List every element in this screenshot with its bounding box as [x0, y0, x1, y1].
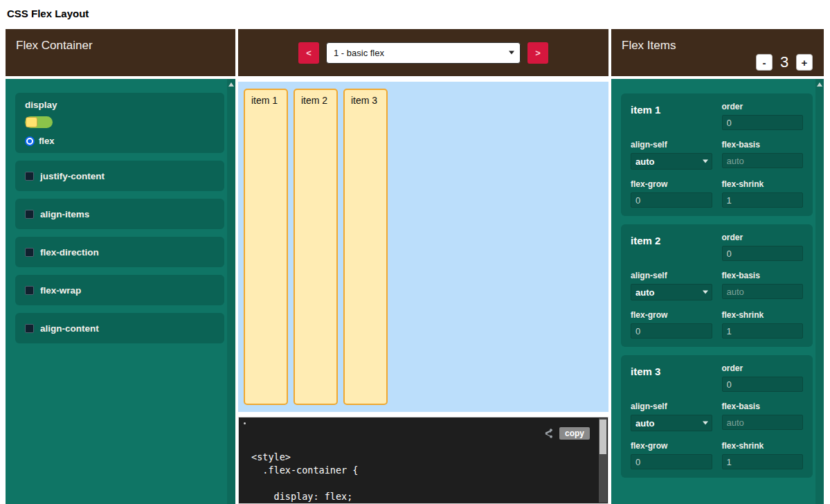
flex-items-panel: Flex Items - 3 + item 1 order align-self	[611, 29, 824, 504]
flex-items-body: item 1 order align-self auto flex-basis	[611, 79, 824, 504]
add-item-button[interactable]: +	[796, 54, 813, 71]
copy-button[interactable]: copy	[559, 427, 590, 440]
code-panel: copy <style> .flex-container { display: …	[238, 417, 608, 504]
main-columns: Flex Container display flex justify-cont…	[0, 29, 830, 504]
align-content-checkbox[interactable]	[25, 324, 34, 333]
flex-grow-label: flex-grow	[631, 179, 712, 189]
display-toggle[interactable]	[25, 116, 53, 128]
flex-direction-checkbox[interactable]	[25, 248, 34, 257]
flex-radio-label: flex	[39, 136, 54, 146]
prop-card-flex-direction: flex-direction	[15, 237, 224, 267]
item-1-order-input[interactable]	[722, 115, 804, 130]
flex-basis-label: flex-basis	[722, 271, 804, 280]
prop-card-align-content: align-content	[15, 313, 224, 343]
code-toolbar: copy	[543, 427, 590, 440]
item-1-flex-basis-field: flex-basis	[722, 140, 804, 170]
item-1-flex-grow-field: flex-grow	[631, 179, 712, 208]
item-1-flex-shrink-field: flex-shrink	[722, 179, 804, 208]
flex-container-panel: Flex Container display flex justify-cont…	[6, 29, 235, 504]
flex-preview-item-3: item 3	[343, 89, 388, 405]
prev-example-button[interactable]: <	[298, 42, 319, 64]
item-3-align-self-select[interactable]: auto	[631, 415, 712, 431]
flex-items-header: Flex Items - 3 +	[611, 29, 824, 76]
page-title: CSS Flex Layout	[0, 0, 830, 29]
item-counter: - 3 +	[756, 53, 813, 71]
code-scrollbar[interactable]	[599, 418, 607, 503]
code-scrollbar-thumb[interactable]	[599, 420, 606, 454]
item-1-align-self-wrap: auto	[631, 153, 712, 170]
item-3-flex-basis-input[interactable]	[722, 415, 804, 430]
flex-items-title: Flex Items	[611, 29, 824, 53]
flex-container-header: Flex Container	[6, 29, 235, 76]
item-2-order-input[interactable]	[722, 246, 804, 261]
flex-grow-label: flex-grow	[631, 310, 712, 320]
remove-item-button[interactable]: -	[756, 54, 773, 71]
item-card-3: item 3 order align-self auto flex-basis	[621, 355, 813, 478]
item-2-title: item 2	[631, 233, 712, 261]
share-icon[interactable]	[543, 428, 554, 439]
align-items-checkbox[interactable]	[25, 210, 34, 219]
radio-dot-icon	[28, 139, 32, 143]
item-2-align-self-select[interactable]: auto	[631, 284, 712, 300]
example-select[interactable]: 1 - basic flex	[326, 42, 521, 64]
display-label: display	[25, 100, 215, 110]
item-3-align-self-wrap: auto	[631, 415, 712, 431]
flex-direction-label: flex-direction	[40, 247, 99, 258]
item-2-align-self-field: align-self auto	[631, 271, 712, 300]
item-3-flex-shrink-input[interactable]	[722, 454, 804, 469]
item-3-flex-basis-field: flex-basis	[722, 402, 804, 431]
item-3-flex-grow-field: flex-grow	[631, 441, 712, 469]
item-3-flex-grow-input[interactable]	[631, 454, 712, 469]
item-2-flex-shrink-field: flex-shrink	[722, 310, 804, 339]
flex-wrap-checkbox[interactable]	[25, 286, 34, 295]
order-label: order	[722, 233, 804, 242]
scroll-up-icon[interactable]	[228, 82, 234, 87]
prop-card-justify-content: justify-content	[15, 161, 224, 191]
align-content-label: align-content	[40, 323, 99, 334]
align-self-label: align-self	[631, 271, 712, 280]
item-3-align-self-field: align-self auto	[631, 402, 712, 431]
example-select-wrap: 1 - basic flex	[326, 42, 521, 64]
item-1-align-self-field: align-self auto	[631, 140, 712, 170]
item-card-1: item 1 order align-self auto flex-basis	[621, 93, 813, 216]
flex-wrap-label: flex-wrap	[40, 285, 81, 296]
flex-container-title: Flex Container	[6, 29, 235, 53]
justify-content-checkbox[interactable]	[25, 172, 34, 181]
item-1-title: item 1	[631, 102, 712, 130]
item-2-flex-shrink-input[interactable]	[722, 323, 804, 339]
item-2-flex-grow-field: flex-grow	[631, 310, 712, 339]
flex-container-body: display flex justify-content align-items	[6, 79, 235, 504]
item-2-flex-basis-input[interactable]	[722, 284, 804, 299]
flex-shrink-label: flex-shrink	[722, 441, 804, 451]
item-1-order-field: order	[722, 102, 804, 130]
item-2-align-self-wrap: auto	[631, 284, 712, 300]
item-1-flex-basis-input[interactable]	[722, 153, 804, 168]
item-2-flex-grow-input[interactable]	[631, 323, 712, 339]
flex-grow-label: flex-grow	[631, 441, 712, 451]
cursor-dot	[244, 422, 246, 424]
next-example-button[interactable]: >	[527, 42, 548, 64]
left-scrollbar[interactable]	[227, 79, 235, 504]
toggle-knob-icon	[26, 117, 37, 127]
flex-shrink-label: flex-shrink	[722, 310, 804, 320]
flex-radio[interactable]	[25, 136, 35, 146]
flex-basis-label: flex-basis	[722, 140, 804, 150]
prop-card-align-items: align-items	[15, 199, 224, 229]
flex-preview-item-2: item 2	[294, 89, 338, 405]
order-label: order	[722, 102, 804, 111]
align-self-label: align-self	[631, 140, 712, 150]
right-scrollbar[interactable]	[815, 79, 824, 504]
item-1-flex-grow-input[interactable]	[631, 192, 712, 208]
item-3-title: item 3	[631, 363, 712, 392]
item-1-flex-shrink-input[interactable]	[722, 192, 804, 208]
item-card-2: item 2 order align-self auto flex-basis	[621, 224, 813, 347]
item-1-align-self-select[interactable]: auto	[631, 153, 712, 170]
preview-panel: < 1 - basic flex > item 1 item 2 item 3 …	[238, 29, 608, 504]
flex-shrink-label: flex-shrink	[722, 179, 804, 189]
item-count: 3	[779, 53, 789, 71]
scroll-up-icon[interactable]	[817, 82, 822, 87]
prop-card-flex-wrap: flex-wrap	[15, 275, 224, 305]
item-3-order-input[interactable]	[722, 377, 804, 392]
item-3-order-field: order	[722, 363, 804, 392]
item-2-flex-basis-field: flex-basis	[722, 271, 804, 300]
